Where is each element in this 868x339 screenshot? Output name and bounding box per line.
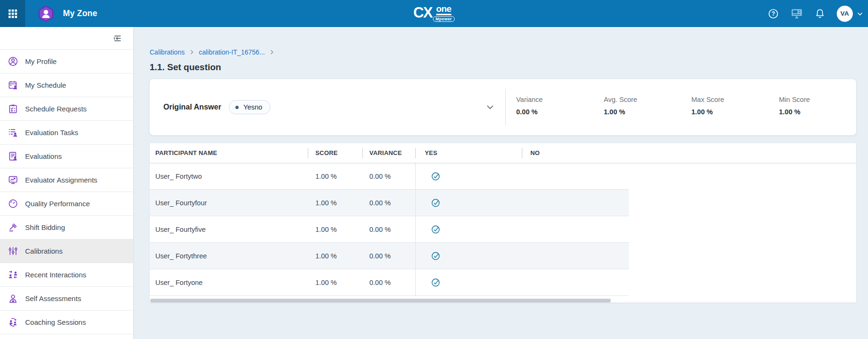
sidebar-item[interactable]: My Schedule [0,73,133,97]
sidebar-item[interactable]: Shift Bidding [0,216,133,239]
cell-score: 1.00 % [308,190,362,216]
breadcrumb-link-calibrations[interactable]: Calibrations [150,48,185,56]
user-menu-button[interactable]: VA [837,6,863,22]
chevron-down-icon [857,10,863,17]
column-header-participant-name: PARTICIPANT NAME [150,143,308,163]
screen-share-button[interactable] [790,7,803,20]
calibrations-icon [9,247,17,255]
column-header-score: SCORE [308,143,362,163]
stat-label: Max Score [691,96,769,103]
cell-participant-name: User_ Fortytwo [150,163,308,190]
cell-variance: 0.00 % [362,163,415,190]
stat-label: Avg. Score [604,96,681,103]
app-launcher-icon[interactable] [0,0,25,27]
cell-variance: 0.00 % [362,216,415,243]
table-row[interactable]: User_ Fourtyfive 1.00 % 0.00 % [150,216,629,243]
help-button[interactable]: ? [768,8,779,19]
sidebar-item[interactable]: Calibrations [0,239,133,263]
avatar: VA [837,6,853,22]
cell-participant-name: User_ Fortyone [150,269,308,296]
answer-chip[interactable]: Yesno [229,100,270,114]
notifications-button[interactable] [814,8,825,19]
breadcrumb-link-calibration-id[interactable]: calibration-IT_16756... [199,48,265,56]
sidebar-collapse-button[interactable] [112,33,123,44]
page-title: 1.1. Set question [150,62,868,73]
coaching-sessions-icon [9,318,17,326]
cell-score: 1.00 % [308,163,362,190]
column-header-yes: YES [415,143,522,163]
sidebar-item[interactable]: Evaluator Assignments [0,168,133,192]
table-row[interactable]: User_ Fortythree 1.00 % 0.00 % [150,243,629,269]
help-icon: ? [768,8,779,19]
sidebar-item[interactable]: Evaluations [0,145,133,168]
top-bar: My Zone CX one Mpower ? [0,0,868,27]
sidebar-item[interactable]: Self Assessments [0,287,133,311]
bell-icon [814,8,825,19]
cell-variance: 0.00 % [362,190,415,216]
chevron-right-icon [269,49,275,55]
my-zone-hexagon-icon [37,5,55,23]
shift-bidding-icon [9,224,17,231]
yes-check-icon [431,172,440,181]
quality-performance-icon [9,200,17,207]
self-assessments-icon [10,295,16,302]
stat-value: 1.00 % [604,108,681,116]
answer-dot-icon [235,106,239,109]
original-answer-label: Original Answer [163,103,221,111]
stat-value: 0.00 % [516,108,593,116]
stat-block: Min Score 1.00 % [769,96,856,116]
participants-table: PARTICIPANT NAME SCORE VARIANCE YES NO U… [150,143,856,302]
chevron-down-icon [485,102,495,112]
stat-block: Avg. Score 1.00 % [593,96,681,116]
table-row[interactable]: User_ Fortyone 1.00 % 0.00 % [150,269,629,296]
yes-check-icon [431,278,440,287]
sidebar-item[interactable]: Evaluation Tasks [0,121,133,145]
sidebar-item[interactable]: Schedule Requests [0,97,133,121]
scrollbar-thumb[interactable] [150,299,611,302]
sidebar-item[interactable]: Quality Performance [0,192,133,216]
table-row[interactable]: User_ Fortytwo 1.00 % 0.00 % [150,163,629,190]
app-root: My Zone CX one Mpower ? [0,0,868,339]
table-header: PARTICIPANT NAME SCORE VARIANCE YES NO [150,143,856,163]
logo-cx-text: CX [413,5,432,20]
stat-label: Variance [516,96,593,103]
cell-variance: 0.00 % [362,243,415,269]
stat-value: 1.00 % [779,108,856,116]
my-profile-icon [9,57,17,65]
cell-score: 1.00 % [308,216,362,243]
my-schedule-icon [9,81,17,89]
main-content: Calibrations calibration-IT_16756... 1.1… [133,27,868,339]
answer-chip-label: Yesno [243,103,262,111]
stat-value: 1.00 % [691,108,769,116]
table-body: User_ Fortytwo 1.00 % 0.00 % [150,163,629,296]
sidebar-item[interactable]: My Profile [0,50,133,73]
cell-score: 1.00 % [308,269,362,296]
screen-share-icon [790,7,803,20]
sidebar-item[interactable]: Recent Interactions [0,263,133,287]
question-summary-card: Original Answer Yesno [150,79,856,135]
sidebar-item[interactable]: Coaching Sessions [0,311,133,334]
schedule-requests-icon [9,105,16,113]
yes-check-icon [431,251,440,261]
cell-participant-name: User_ Fourtyfive [150,216,308,243]
column-header-variance: VARIANCE [362,143,415,163]
logo-mpower-badge: Mpower [433,16,455,22]
cell-variance: 0.00 % [362,269,415,296]
stat-block: Variance 0.00 % [506,96,593,116]
column-header-no: NO [522,143,629,163]
cell-participant-name: User_ Fortythree [150,243,308,269]
evaluation-tasks-icon [9,129,17,137]
collapse-sidebar-icon [112,33,123,44]
cell-participant-name: User_ Fourtyfour [150,190,308,216]
expand-question-button[interactable] [485,102,495,112]
grid-icon [7,8,18,19]
cxone-logo: CX one Mpower [413,5,455,22]
topbar-actions: ? VA [768,0,863,27]
score-stats: Variance 0.00 % Avg. Score 1.00 % Max Sc… [506,96,856,116]
stat-label: Min Score [779,96,856,103]
horizontal-scrollbar[interactable] [150,299,856,302]
table-row[interactable]: User_ Fourtyfour 1.00 % 0.00 % [150,190,629,216]
yes-check-icon [431,198,440,208]
logo-one-text: one [436,5,451,15]
sidebar: My Profile My Schedule Schedule Requests [0,27,133,339]
